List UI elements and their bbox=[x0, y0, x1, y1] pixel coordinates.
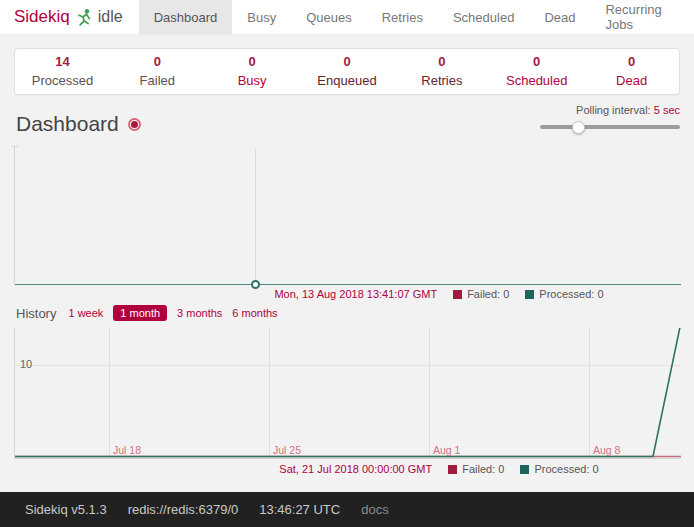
history-x-tick: Jul 25 bbox=[273, 444, 301, 456]
history-range-1-month[interactable]: 1 month bbox=[113, 305, 167, 321]
stat-processed: 14 Processed bbox=[15, 53, 110, 91]
processed-legend-swatch bbox=[525, 290, 534, 299]
history-range-6-months[interactable]: 6 months bbox=[232, 307, 277, 319]
polling-slider-handle[interactable] bbox=[572, 121, 585, 134]
live-poll-beacon-dot bbox=[131, 121, 138, 128]
realtime-legend-failed: Failed: 0 bbox=[453, 288, 509, 300]
navbar: Sidekiq idle Dashboard Busy Queues Retri… bbox=[0, 0, 694, 35]
stat-busy[interactable]: 0 Busy bbox=[205, 53, 300, 91]
stat-enqueued-label: Enqueued bbox=[300, 72, 395, 91]
history-range-buttons: 1 week 1 month 3 months 6 months bbox=[68, 305, 277, 321]
stat-scheduled[interactable]: 0 Scheduled bbox=[489, 53, 584, 91]
footer-server-time: 13:46:27 UTC bbox=[259, 502, 340, 517]
nav-tabs: Dashboard Busy Queues Retries Scheduled … bbox=[139, 0, 694, 34]
footer-version: Sidekiq v5.1.3 bbox=[25, 502, 107, 517]
footer-redis-url: redis://redis:6379/0 bbox=[128, 502, 239, 517]
realtime-legend-processed-text: Processed: 0 bbox=[539, 288, 603, 300]
failed-legend-swatch bbox=[453, 290, 462, 299]
page-title: Dashboard bbox=[16, 112, 141, 136]
history-legend-processed-text: Processed: 0 bbox=[534, 463, 598, 475]
stat-busy-label: Busy bbox=[205, 72, 300, 91]
stat-enqueued-value: 0 bbox=[300, 53, 395, 72]
brand-link[interactable]: Sidekiq bbox=[14, 7, 70, 27]
realtime-chart-axis-tick bbox=[12, 146, 18, 147]
processed-legend-swatch bbox=[520, 465, 529, 474]
history-legend-processed: Processed: 0 bbox=[520, 463, 598, 475]
stat-processed-value: 14 bbox=[15, 53, 110, 72]
stat-scheduled-value: 0 bbox=[489, 53, 584, 72]
realtime-caption-time: Mon, 13 Aug 2018 13:41:07 GMT bbox=[274, 288, 437, 300]
polling-interval-value-link[interactable]: 5 sec bbox=[654, 104, 680, 116]
history-range-3-months[interactable]: 3 months bbox=[177, 307, 222, 319]
tab-dead[interactable]: Dead bbox=[529, 0, 590, 34]
history-range-1-week[interactable]: 1 week bbox=[68, 307, 103, 319]
stat-dead-label: Dead bbox=[584, 72, 679, 91]
stat-busy-value: 0 bbox=[205, 53, 300, 72]
realtime-chart-gridline bbox=[255, 149, 256, 285]
realtime-legend-failed-text: Failed: 0 bbox=[467, 288, 509, 300]
stat-scheduled-label: Scheduled bbox=[489, 72, 584, 91]
stat-failed-value: 0 bbox=[110, 53, 205, 72]
stat-retries-label: Retries bbox=[394, 72, 489, 91]
tab-dashboard[interactable]: Dashboard bbox=[139, 0, 233, 34]
history-legend-failed: Failed: 0 bbox=[448, 463, 504, 475]
page-title-text: Dashboard bbox=[16, 112, 119, 136]
brand-area: Sidekiq idle bbox=[0, 0, 131, 34]
stat-dead-value: 0 bbox=[584, 53, 679, 72]
history-processed-line bbox=[15, 328, 680, 457]
stat-dead[interactable]: 0 Dead bbox=[584, 53, 679, 91]
realtime-legend-processed: Processed: 0 bbox=[525, 288, 603, 300]
stats-summary-card: 14 Processed 0 Failed 0 Busy 0 Enqueued … bbox=[14, 48, 680, 95]
realtime-caption: Mon, 13 Aug 2018 13:41:07 GMT Failed: 0 … bbox=[92, 288, 694, 300]
polling-interval-control: Polling interval: 5 sec bbox=[540, 104, 680, 129]
footer: Sidekiq v5.1.3 redis://redis:6379/0 13:4… bbox=[0, 492, 694, 527]
history-legend-failed-text: Failed: 0 bbox=[462, 463, 504, 475]
history-header: History 1 week 1 month 3 months 6 months bbox=[16, 305, 278, 321]
history-caption-time: Sat, 21 Jul 2018 00:00:00 GMT bbox=[279, 463, 432, 475]
stat-enqueued[interactable]: 0 Enqueued bbox=[300, 53, 395, 91]
history-series-lines bbox=[15, 328, 681, 458]
stat-failed: 0 Failed bbox=[110, 53, 205, 91]
stat-retries-value: 0 bbox=[394, 53, 489, 72]
realtime-processed-line bbox=[15, 284, 681, 285]
tab-retries[interactable]: Retries bbox=[367, 0, 438, 34]
polling-interval-slider[interactable] bbox=[540, 125, 680, 129]
history-caption: Sat, 21 Jul 2018 00:00:00 GMT Failed: 0 … bbox=[92, 463, 694, 475]
realtime-chart bbox=[14, 146, 681, 285]
sidekiq-logo-icon bbox=[76, 8, 92, 26]
tab-busy[interactable]: Busy bbox=[232, 0, 291, 34]
live-poll-beacon[interactable] bbox=[128, 118, 141, 131]
tab-scheduled[interactable]: Scheduled bbox=[438, 0, 529, 34]
history-x-tick: Jul 18 bbox=[113, 444, 141, 456]
history-title: History bbox=[16, 306, 56, 321]
tab-queues[interactable]: Queues bbox=[291, 0, 367, 34]
footer-docs-link[interactable]: docs bbox=[361, 502, 388, 517]
polling-interval-label: Polling interval: bbox=[576, 104, 651, 116]
status-text: idle bbox=[98, 8, 123, 26]
history-chart: 10 Jul 18 Jul 25 Aug 1 Aug 8 bbox=[14, 328, 681, 459]
history-x-tick: Aug 8 bbox=[593, 444, 620, 456]
tab-recurring-jobs[interactable]: Recurring Jobs bbox=[590, 0, 694, 34]
sidekiq-dashboard-page: Sidekiq idle Dashboard Busy Queues Retri… bbox=[0, 0, 694, 527]
stat-failed-label: Failed bbox=[110, 72, 205, 91]
history-x-tick: Aug 1 bbox=[433, 444, 460, 456]
failed-legend-swatch bbox=[448, 465, 457, 474]
stat-processed-label: Processed bbox=[15, 72, 110, 91]
stat-retries[interactable]: 0 Retries bbox=[394, 53, 489, 91]
